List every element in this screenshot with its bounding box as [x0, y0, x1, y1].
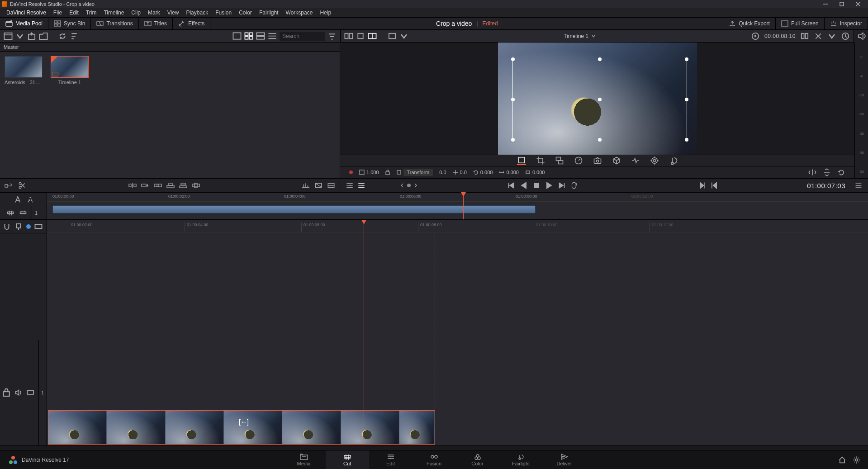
- stop-button[interactable]: [532, 181, 541, 189]
- timeline-scrollbar[interactable]: [0, 445, 868, 450]
- page-deliver[interactable]: Deliver: [543, 450, 586, 469]
- page-media[interactable]: Media: [282, 450, 326, 469]
- timeline-timecode[interactable]: 01:00:07:03: [807, 182, 845, 189]
- home-button[interactable]: [838, 456, 846, 464]
- viewer-dual-button[interactable]: [368, 32, 377, 41]
- dissolve-button[interactable]: [302, 181, 310, 189]
- audio-sync-indicator[interactable]: [26, 224, 31, 229]
- video-only-button[interactable]: [34, 223, 43, 231]
- page-color[interactable]: Color: [456, 450, 499, 469]
- menu-view[interactable]: View: [164, 8, 183, 17]
- nav-next-icon[interactable]: [413, 183, 418, 188]
- effects-button[interactable]: Effects: [173, 17, 210, 30]
- sort-button[interactable]: [70, 32, 79, 41]
- timeline-name-label[interactable]: Timeline 1: [564, 33, 588, 39]
- transform-bounding-box[interactable]: [512, 59, 687, 140]
- import-media-button[interactable]: [27, 32, 36, 41]
- menu-color[interactable]: Color: [235, 8, 256, 17]
- bypass-button[interactable]: [841, 32, 850, 41]
- marker-button[interactable]: [14, 223, 23, 231]
- smooth-cut-button[interactable]: [327, 181, 335, 189]
- track-lock-button[interactable]: [3, 388, 10, 397]
- lens-tool[interactable]: [650, 156, 659, 165]
- handle-top-left[interactable]: [511, 57, 515, 61]
- menu-clip[interactable]: Clip: [128, 8, 144, 17]
- timeline-view-b-button[interactable]: [26, 195, 34, 204]
- anchor-x-value[interactable]: 0.000: [506, 170, 519, 175]
- viewer-overlay-button[interactable]: [388, 32, 397, 41]
- zoom-value[interactable]: 1.000: [366, 170, 379, 175]
- timeline-clip[interactable]: [48, 410, 435, 445]
- keyframe-record-icon[interactable]: [349, 171, 353, 174]
- menu-file[interactable]: File: [50, 8, 66, 17]
- search-input[interactable]: [280, 32, 325, 41]
- handle-bottom-center[interactable]: [598, 138, 602, 142]
- window-close-button[interactable]: [850, 0, 866, 8]
- timeline-view-a-button[interactable]: [13, 195, 21, 204]
- timeline-options-button[interactable]: [854, 181, 863, 189]
- handle-mid-right[interactable]: [685, 98, 688, 101]
- upper-ruler[interactable]: 01:00:00:00 01:00:02:00 01:00:04:00 01:0…: [47, 193, 868, 202]
- stabilize-tool[interactable]: [631, 156, 640, 165]
- safe-area-button[interactable]: [751, 32, 760, 41]
- menu-fusion[interactable]: Fusion: [212, 8, 235, 17]
- main-timeline-tracks[interactable]: 01:00:02:00 01:00:04:00 01:00:06:00 01:0…: [47, 220, 868, 445]
- upper-playhead[interactable]: [463, 193, 464, 219]
- menu-help[interactable]: Help: [316, 8, 335, 17]
- smart-insert-button[interactable]: [128, 181, 137, 189]
- viewer-canvas[interactable]: [340, 43, 854, 155]
- window-maximize-button[interactable]: [834, 0, 850, 8]
- menu-davinci-resolve[interactable]: DaVinci Resolve: [3, 8, 50, 17]
- position-y-value[interactable]: 0.0: [460, 170, 467, 175]
- speed-tool[interactable]: [574, 156, 583, 165]
- import-folder-button[interactable]: [39, 32, 48, 41]
- menu-trim[interactable]: Trim: [82, 8, 100, 17]
- bin-breadcrumb[interactable]: Master: [0, 43, 340, 52]
- handle-anchor[interactable]: [598, 98, 602, 101]
- track-lock-button[interactable]: [19, 209, 27, 217]
- snap-button[interactable]: [3, 223, 11, 231]
- page-cut[interactable]: Cut: [326, 450, 369, 469]
- tools-button[interactable]: [346, 181, 354, 189]
- page-fusion[interactable]: Fusion: [413, 450, 456, 469]
- nav-prev-icon[interactable]: [400, 183, 404, 188]
- viewer-tools-chevron[interactable]: [827, 32, 836, 41]
- video-track-number[interactable]: 1: [38, 340, 47, 446]
- split-button[interactable]: [18, 181, 26, 189]
- window-minimize-button[interactable]: [817, 0, 834, 8]
- crop-tool[interactable]: [536, 156, 545, 165]
- audio-tool[interactable]: [669, 156, 678, 165]
- page-fairlight[interactable]: Fairlight: [499, 450, 543, 469]
- upper-timeline-tracks[interactable]: 01:00:00:00 01:00:02:00 01:00:04:00 01:0…: [47, 193, 868, 219]
- track-video-button[interactable]: [27, 388, 34, 397]
- handle-bottom-right[interactable]: [685, 138, 688, 142]
- video-track-1[interactable]: [47, 409, 868, 445]
- menu-playback[interactable]: Playback: [182, 8, 212, 17]
- search-options-button[interactable]: [327, 32, 337, 41]
- handle-top-right[interactable]: [685, 57, 688, 61]
- reset-button[interactable]: [837, 168, 845, 176]
- source-overwrite-button[interactable]: [192, 181, 200, 189]
- project-settings-button[interactable]: [853, 456, 861, 464]
- place-on-top-button[interactable]: [179, 181, 187, 189]
- viewer-single-button[interactable]: [356, 32, 365, 41]
- menu-fairlight[interactable]: Fairlight: [256, 8, 282, 17]
- handle-mid-left[interactable]: [511, 98, 515, 101]
- dynamic-zoom-tool[interactable]: [555, 156, 564, 165]
- chevron-down-icon[interactable]: [591, 34, 596, 38]
- bin-view-button[interactable]: [4, 32, 13, 41]
- cut-button[interactable]: [314, 181, 323, 189]
- viewer-timecode[interactable]: 00:00:08:10: [764, 33, 796, 39]
- viewer-tools-button[interactable]: [814, 32, 823, 41]
- quick-export-button[interactable]: Quick Export: [723, 17, 776, 30]
- media-clip[interactable]: Timeline 1: [51, 56, 89, 85]
- viewer-overlay-chevron[interactable]: [399, 32, 408, 41]
- viewer-mode-button[interactable]: [800, 32, 809, 41]
- view-clip-button[interactable]: [232, 32, 242, 41]
- main-ruler[interactable]: 01:00:02:00 01:00:04:00 01:00:06:00 01:0…: [47, 220, 868, 232]
- prev-edit-button[interactable]: [710, 181, 718, 189]
- transform-mode-label[interactable]: Transform: [403, 169, 433, 176]
- sync-button[interactable]: [58, 32, 67, 41]
- mute-button[interactable]: [857, 32, 866, 41]
- menu-edit[interactable]: Edit: [66, 8, 82, 17]
